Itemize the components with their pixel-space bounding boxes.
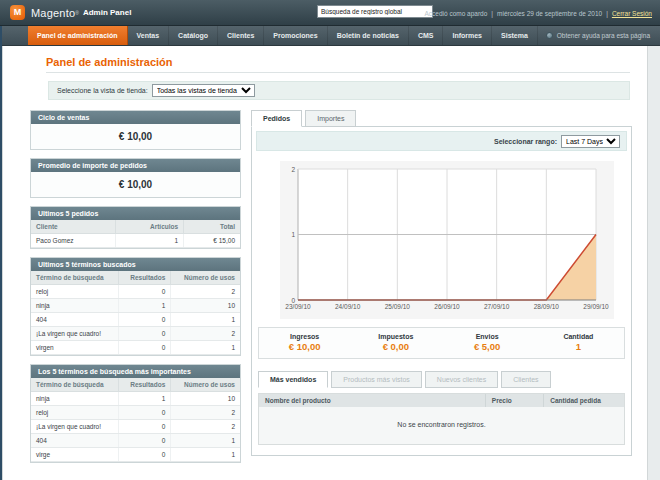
global-search-input[interactable] [317,5,433,18]
column-header: Resultados [119,378,171,392]
total-ingresos: Ingresos€ 10,00 [259,333,350,352]
help-label: Obtener ayuda para esta página [557,32,650,39]
table-cell: 0 [119,420,171,434]
table-cell: 1 [115,234,184,248]
total-value: € 0,00 [350,341,441,352]
table-cell: ¡La virgen que cuadro! [31,327,119,341]
store-view-select[interactable]: Todas las vistas de tienda [152,84,255,97]
column-header: Término de búsqueda [31,378,119,392]
magento-logo-icon: M [10,5,25,20]
table-row[interactable]: 40401 [31,313,240,327]
table-cell: 2 [171,327,240,341]
separator: | [491,10,493,17]
nav-item-promociones[interactable]: Promociones [264,26,327,45]
table-cell: 10 [171,299,240,313]
table-row[interactable]: reloj02 [31,406,240,420]
table-cell: ninja [31,299,119,313]
dashboard-left-column: Ciclo de ventas € 10,00 Promedio de impo… [30,110,241,471]
tab-importes[interactable]: Importes [305,110,356,127]
lifetime-sales-card: Ciclo de ventas € 10,00 [30,110,241,150]
card-title: Ciclo de ventas [31,111,240,124]
column-header: Número de usos [171,271,240,285]
table-cell: 0 [119,448,171,462]
table-row[interactable]: reloj02 [31,285,240,299]
table-cell: 0 [119,434,171,448]
main-nav: Panel de administraciónVentasCatálogoCli… [0,26,660,46]
table-row[interactable]: ninja110 [31,299,240,313]
average-orders-value: € 10,00 [31,172,240,197]
table-cell: 0 [119,285,171,299]
table-cell: virge [31,448,119,462]
table-row[interactable]: ninja110 [31,392,240,406]
total-label: Cantidad [533,333,624,340]
total-envios: Envios€ 5,00 [442,333,533,352]
table-cell: ninja [31,392,119,406]
svg-text:26/09/10: 26/09/10 [434,303,460,310]
dashboard-main-column: PedidosImportes Seleccionar rango: Last … [251,110,632,471]
svg-text:28/09/10: 28/09/10 [534,303,560,310]
column-header: Cliente [31,220,115,234]
top-search-terms-card: Los 5 términos de búsqueda más important… [30,364,241,463]
nav-item-clientes[interactable]: Clientes [218,26,264,45]
table-cell: 0 [119,406,171,420]
svg-text:29/09/10: 29/09/10 [583,303,609,310]
column-header: Nombre del producto [259,394,485,407]
diagram-tabs: PedidosImportes [251,110,632,126]
page-title: Panel de administración [46,56,630,73]
logo-subtitle: Admin Panel [83,8,131,17]
table-cell: 0 [119,313,171,327]
card-title: Promedio de importe de pedidos [31,159,240,172]
total-value: € 5,00 [442,341,533,352]
svg-text:23/09/10: 23/09/10 [285,303,311,310]
tab-m-s-vendidos[interactable]: Más vendidos [258,371,328,388]
tab-nuevos-clientes: Nuevos clientes [425,371,498,388]
svg-text:2: 2 [291,166,295,173]
logo-trademark: ® [75,10,79,16]
table-cell: 1 [171,448,240,462]
table-row[interactable]: ¡La virgen que cuadro!02 [31,327,240,341]
range-label: Seleccionar rango: [494,138,557,145]
svg-text:27/09/10: 27/09/10 [484,303,510,310]
table-row[interactable]: 40401 [31,434,240,448]
table-cell: € 15,00 [184,234,240,248]
column-header: Resultados [119,271,171,285]
table-cell: reloj [31,285,119,299]
table-cell: 0 [119,341,171,355]
column-header: Término de búsqueda [31,271,119,285]
table-row[interactable]: ¡La virgen que cuadro!02 [31,420,240,434]
table-cell: 1 [119,299,171,313]
nav-item-cat-logo[interactable]: Catálogo [169,26,218,45]
current-date: miércoles 29 de septiembre de 2010 [497,10,602,17]
table-cell: 10 [171,392,240,406]
total-value: € 10,00 [259,341,350,352]
logged-in-as: Accedió como apardo [424,10,487,17]
range-select[interactable]: Last 7 Days [561,135,620,148]
top-search-terms-table: Término de búsquedaResultadosNúmero de u… [31,378,240,462]
page-help-link[interactable]: Obtener ayuda para esta página [546,26,650,45]
table-cell: virgen [31,341,119,355]
nav-item-informes[interactable]: Informes [443,26,492,45]
column-header: Artículos [115,220,184,234]
svg-text:24/09/10: 24/09/10 [335,303,361,310]
logout-link[interactable]: Cerrar Sesión [612,10,652,17]
nav-item-ventas[interactable]: Ventas [128,26,170,45]
table-row[interactable]: virgen01 [31,341,240,355]
tab-productos-m-s-vistos: Productos más vistos [331,371,422,388]
table-cell: Paco Gomez [31,234,115,248]
tab-pedidos[interactable]: Pedidos [251,110,302,127]
svg-text:1: 1 [291,231,295,238]
table-row[interactable]: virge01 [31,448,240,462]
column-header: Total [184,220,240,234]
store-switcher: Seleccione la vista de tienda: Todas las… [48,81,630,100]
last-search-terms-table: Término de búsquedaResultadosNúmero de u… [31,271,240,355]
window-edge [0,26,2,480]
nav-item-sistema[interactable]: Sistema [492,26,538,45]
nav-item-panel-de-administraci-n[interactable]: Panel de administración [28,26,128,45]
table-row[interactable]: Paco Gomez1€ 15,00 [31,234,240,248]
table-cell: 2 [171,406,240,420]
nav-item-bolet-n-de-noticias[interactable]: Boletín de noticias [328,26,409,45]
orders-area-chart: 01223/09/1024/09/1025/09/1026/09/1027/09… [282,163,612,313]
total-label: Envios [442,333,533,340]
last-orders-table: ClienteArtículosTotal Paco Gomez1€ 15,00 [31,220,240,248]
nav-item-cms[interactable]: CMS [409,26,444,45]
